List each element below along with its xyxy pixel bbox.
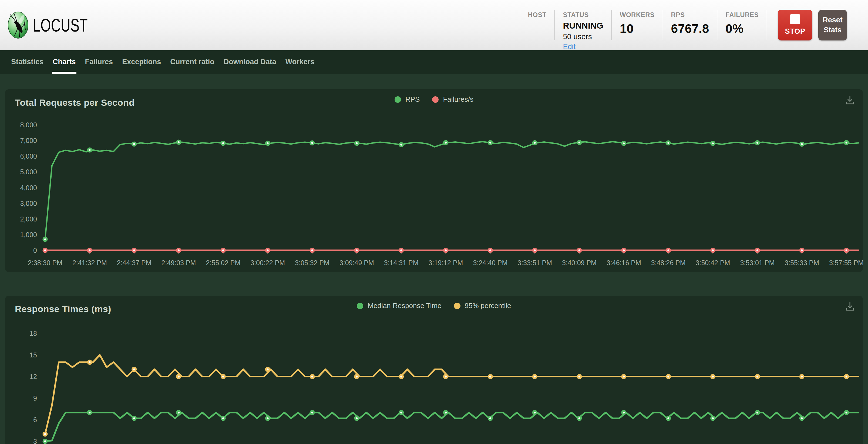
nav-tabs: Statistics Charts Failures Exceptions Cu… (0, 50, 868, 74)
tab-current-ratio[interactable]: Current ratio (165, 50, 219, 74)
svg-text:1,000: 1,000 (20, 231, 37, 238)
svg-text:3:40:09 PM: 3:40:09 PM (562, 259, 596, 267)
tab-failures[interactable]: Failures (81, 50, 118, 74)
edit-link[interactable]: Edit (563, 43, 576, 51)
svg-text:3:55:33 PM: 3:55:33 PM (784, 259, 819, 267)
stat-host: HOST (520, 10, 555, 40)
svg-text:3,000: 3,000 (20, 200, 37, 207)
svg-text:15: 15 (29, 351, 37, 359)
svg-text:0: 0 (33, 246, 37, 254)
stat-failures-value: 0% (725, 21, 758, 36)
svg-text:3:00:22 PM: 3:00:22 PM (250, 259, 285, 267)
svg-text:9: 9 (33, 395, 37, 402)
svg-text:3:50:42 PM: 3:50:42 PM (696, 259, 730, 267)
chart-response-plot[interactable]: 369121518 (5, 296, 863, 444)
stop-icon (790, 14, 800, 24)
svg-text:2:55:02 PM: 2:55:02 PM (206, 259, 240, 267)
svg-text:6: 6 (33, 416, 37, 423)
stat-host-label: HOST (528, 11, 547, 19)
svg-text:6,000: 6,000 (20, 152, 37, 160)
tab-charts[interactable]: Charts (48, 50, 81, 74)
chart-panel-response-times: Median Response Time 95% percentile Resp… (5, 296, 863, 444)
locust-logo[interactable]: LOCUST (7, 11, 103, 39)
stat-rps: RPS 6767.8 (663, 10, 718, 40)
header: LOCUST HOST STATUS RUNNING 50 users Edit… (0, 0, 868, 50)
reset-stats-button[interactable]: Reset Stats (818, 10, 847, 40)
stat-status-users: 50 users (563, 32, 603, 41)
svg-text:3:33:51 PM: 3:33:51 PM (518, 259, 552, 267)
svg-text:3:48:26 PM: 3:48:26 PM (651, 259, 686, 267)
svg-text:3: 3 (33, 438, 37, 444)
stop-button-label: STOP (785, 27, 805, 36)
stat-status-value: RUNNING (563, 21, 603, 31)
locust-logo-icon (7, 11, 29, 39)
svg-text:2:49:03 PM: 2:49:03 PM (161, 259, 196, 267)
svg-text:2,000: 2,000 (20, 215, 37, 223)
stat-failures: FAILURES 0% (717, 10, 767, 40)
stat-status: STATUS RUNNING 50 users Edit (555, 10, 612, 40)
stop-button[interactable]: STOP (778, 10, 812, 40)
stat-rps-value: 6767.8 (671, 21, 709, 36)
stat-failures-label: FAILURES (725, 11, 758, 19)
svg-text:3:19:12 PM: 3:19:12 PM (429, 259, 463, 267)
stat-workers-value: 10 (620, 21, 655, 36)
svg-text:5,000: 5,000 (20, 168, 37, 176)
stat-workers: WORKERS 10 (612, 10, 663, 40)
logo-wordmark: LOCUST (33, 14, 88, 36)
svg-text:3:24:40 PM: 3:24:40 PM (473, 259, 507, 267)
stat-rps-label: RPS (671, 11, 709, 19)
svg-text:2:41:32 PM: 2:41:32 PM (72, 259, 107, 267)
stat-workers-label: WORKERS (620, 11, 655, 19)
chart-rps-plot[interactable]: 01,0002,0003,0004,0005,0006,0007,0008,00… (5, 89, 863, 272)
svg-text:18: 18 (29, 330, 37, 337)
tab-exceptions[interactable]: Exceptions (118, 50, 165, 74)
svg-text:3:09:49 PM: 3:09:49 PM (339, 259, 374, 267)
svg-text:7,000: 7,000 (20, 137, 37, 144)
tab-workers[interactable]: Workers (281, 50, 319, 74)
svg-text:4,000: 4,000 (20, 184, 37, 192)
svg-text:3:14:31 PM: 3:14:31 PM (384, 259, 418, 267)
svg-text:3:05:32 PM: 3:05:32 PM (295, 259, 330, 267)
svg-text:8,000: 8,000 (20, 121, 37, 129)
svg-text:3:53:01 PM: 3:53:01 PM (740, 259, 775, 267)
svg-text:12: 12 (29, 373, 37, 380)
svg-text:3:57:55 PM: 3:57:55 PM (829, 259, 863, 267)
header-stats: HOST STATUS RUNNING 50 users Edit WORKER… (520, 10, 767, 40)
stat-status-label: STATUS (563, 11, 603, 19)
svg-text:2:44:37 PM: 2:44:37 PM (117, 259, 152, 267)
chart-panel-total-rps: RPS Failures/s Total Requests per Second… (5, 89, 863, 272)
tab-download-data[interactable]: Download Data (219, 50, 281, 74)
svg-text:3:46:16 PM: 3:46:16 PM (607, 259, 641, 267)
svg-text:2:38:30 PM: 2:38:30 PM (28, 259, 62, 267)
tab-statistics[interactable]: Statistics (6, 50, 48, 74)
